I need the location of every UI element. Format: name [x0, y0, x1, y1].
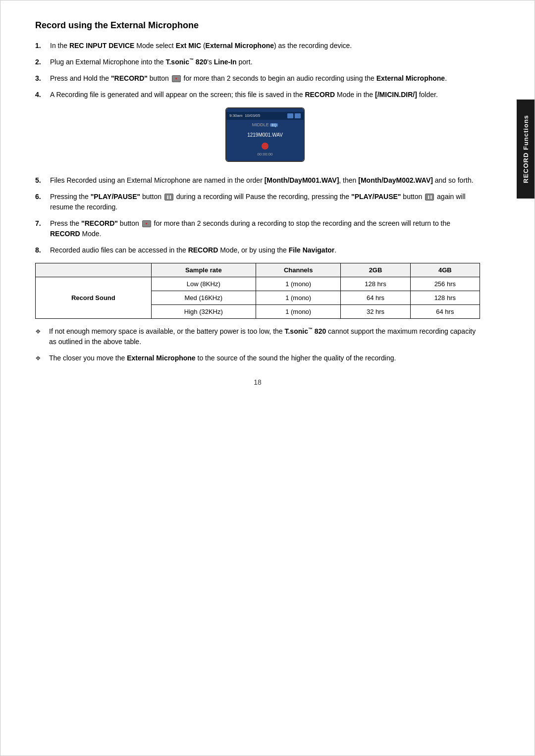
cell-med-2gb: 64 hrs	[341, 291, 410, 305]
record-button-icon	[172, 75, 181, 82]
step-8: Recorded audio files can be accessed in …	[35, 245, 480, 255]
device-record-indicator	[262, 143, 268, 150]
step-1: In the REC INPUT DEVICE Mode select Ext …	[35, 41, 480, 51]
cell-low-2gb: 128 hrs	[341, 277, 410, 291]
page-number: 18	[35, 378, 480, 386]
cell-med-4gb: 128 hrs	[410, 291, 480, 305]
table-col-sample-rate: Sample rate	[151, 263, 256, 277]
device-time: 9:30am 10/03/05	[229, 113, 260, 119]
table-col-channels: Channels	[256, 263, 341, 277]
device-screen: 9:30am 10/03/05 MIDDLE EQ 1219M001.WAV 0…	[226, 108, 304, 161]
device-filename: 1219M001.WAV	[247, 131, 283, 139]
device-mode: MIDDLE EQ	[252, 122, 278, 129]
cell-low-channels: 1 (mono)	[256, 277, 341, 291]
cell-high-2gb: 32 hrs	[341, 305, 410, 319]
table-row-low: Record Sound Low (8KHz) 1 (mono) 128 hrs…	[36, 277, 480, 291]
diamond-icon-1: ❖	[35, 327, 45, 337]
step-2: Plug an External Microphone into the T.s…	[35, 57, 480, 67]
bullet-text-2: The closer you move the External Microph…	[49, 353, 396, 363]
table-row-header: Record Sound	[36, 277, 152, 319]
diamond-icon-2: ❖	[35, 353, 45, 363]
device-icons	[287, 113, 301, 118]
page-title: Record using the External Microphone	[35, 20, 480, 31]
step-4: A Recording file is generated and will a…	[35, 90, 480, 169]
cell-low-4gb: 256 hrs	[410, 277, 480, 291]
steps-list: In the REC INPUT DEVICE Mode select Ext …	[35, 41, 480, 255]
cell-med-sample: Med (16KHz)	[151, 291, 256, 305]
cell-med-channels: 1 (mono)	[256, 291, 341, 305]
bullet-text-1: If not enough memory space is available,…	[49, 326, 480, 347]
bullet-notes: ❖ If not enough memory space is availabl…	[35, 326, 480, 363]
device-screenshot: 9:30am 10/03/05 MIDDLE EQ 1219M001.WAV 0…	[225, 107, 305, 162]
record-sound-table: Sample rate Channels 2GB 4GB Record Soun…	[35, 263, 480, 319]
main-content: Record using the External Microphone In …	[35, 20, 500, 386]
step-3: Press and Hold the "RECORD" button for m…	[35, 73, 480, 84]
bullet-item-1: ❖ If not enough memory space is availabl…	[35, 326, 480, 347]
cell-low-sample: Low (8KHz)	[151, 277, 256, 291]
cell-high-channels: 1 (mono)	[256, 305, 341, 319]
side-tab: RECORD Functions	[517, 100, 535, 199]
table-empty-header	[36, 263, 152, 277]
play-pause-button-icon-1	[164, 194, 173, 201]
cell-high-sample: High (32KHz)	[151, 305, 256, 319]
record-button-icon-2	[142, 220, 151, 227]
icon-box-1	[287, 113, 293, 118]
bullet-item-2: ❖ The closer you move the External Micro…	[35, 353, 480, 363]
table-col-4gb: 4GB	[410, 263, 480, 277]
step-5: Files Recorded using an External Microph…	[35, 175, 480, 186]
icon-box-2	[295, 113, 301, 118]
play-pause-button-icon-2	[425, 194, 434, 201]
step-7: Press the "RECORD" button for more than …	[35, 218, 480, 239]
device-top-bar: 9:30am 10/03/05	[226, 112, 304, 120]
table-col-2gb: 2GB	[341, 263, 410, 277]
cell-high-4gb: 64 hrs	[410, 305, 480, 319]
step-6: Pressing the "PLAY/PAUSE" button during …	[35, 192, 480, 212]
device-timer: 00:00:00	[257, 151, 272, 157]
page-container: RECORD Functions Record using the Extern…	[0, 0, 535, 756]
